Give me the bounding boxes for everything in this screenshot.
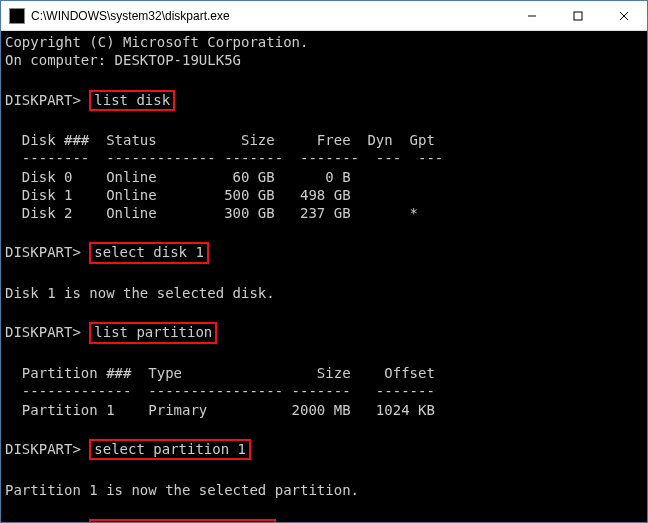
window-title: C:\WINDOWS\system32\diskpart.exe <box>31 9 509 23</box>
diskpart-window: C:\WINDOWS\system32\diskpart.exe Copyrig… <box>0 0 648 523</box>
window-controls <box>509 1 647 30</box>
highlight-select-disk: select disk 1 <box>89 242 209 264</box>
cmd-select-partition: DISKPART> select partition 1 <box>5 437 643 463</box>
disk-table-row: Disk 1 Online 500 GB 498 GB <box>5 186 643 204</box>
disk-table-row: Disk 2 Online 300 GB 237 GB * <box>5 204 643 222</box>
highlight-select-partition: select partition 1 <box>89 439 251 461</box>
partition-table-divider: ------------- ---------------- ------- -… <box>5 382 643 400</box>
highlight-list-partition: list partition <box>89 322 217 344</box>
msg-disk-selected: Disk 1 is now the selected disk. <box>5 284 643 302</box>
cmd-list-partition: DISKPART> list partition <box>5 320 643 346</box>
msg-partition-selected: Partition 1 is now the selected partitio… <box>5 481 643 499</box>
titlebar[interactable]: C:\WINDOWS\system32\diskpart.exe <box>1 1 647 31</box>
cmd-select-disk: DISKPART> select disk 1 <box>5 240 643 266</box>
minimize-button[interactable] <box>509 1 555 30</box>
computer-line: On computer: DESKTOP-19ULK5G <box>5 51 643 69</box>
highlight-list-disk: list disk <box>89 90 175 112</box>
cmd-format: DISKPART> format fs=fat32 quick <box>5 517 643 522</box>
partition-table-header: Partition ### Type Size Offset <box>5 364 643 382</box>
disk-table-divider: -------- ------------- ------- ------- -… <box>5 149 643 167</box>
maximize-button[interactable] <box>555 1 601 30</box>
disk-table-header: Disk ### Status Size Free Dyn Gpt <box>5 131 643 149</box>
disk-table-row: Disk 0 Online 60 GB 0 B <box>5 168 643 186</box>
svg-rect-1 <box>574 12 582 20</box>
close-button[interactable] <box>601 1 647 30</box>
copyright-line: Copyright (C) Microsoft Corporation. <box>5 33 643 51</box>
cmd-list-disk: DISKPART> list disk <box>5 88 643 114</box>
highlight-format: format fs=fat32 quick <box>89 519 276 522</box>
app-icon <box>9 8 25 24</box>
partition-table-row: Partition 1 Primary 2000 MB 1024 KB <box>5 401 643 419</box>
terminal-output[interactable]: Copyright (C) Microsoft Corporation.On c… <box>1 31 647 522</box>
